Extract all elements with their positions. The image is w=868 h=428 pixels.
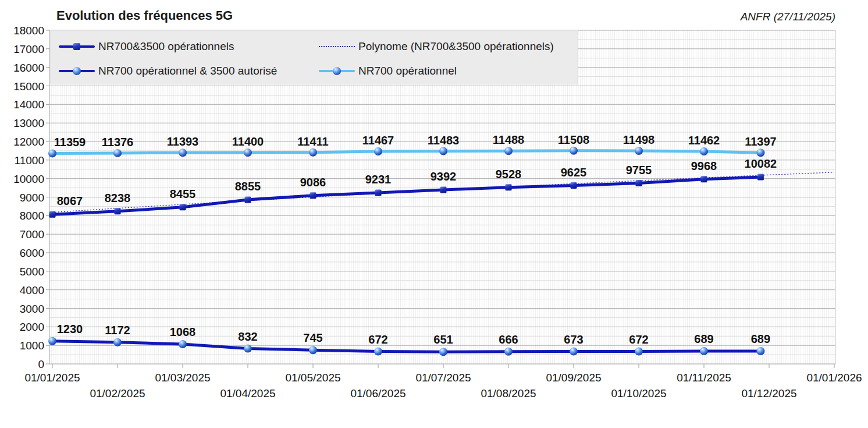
svg-text:5000: 5000 (20, 266, 44, 278)
svg-text:672: 672 (629, 333, 648, 346)
svg-text:11498: 11498 (623, 133, 655, 146)
svg-text:689: 689 (751, 333, 770, 345)
svg-text:9000: 9000 (20, 192, 44, 204)
legend-item-label: NR700&3500 opérationnels (98, 40, 234, 53)
svg-text:15000: 15000 (13, 80, 44, 93)
legend-line-square-icon (59, 42, 95, 51)
chart-legend: NR700&3500 opérationnelsPolynome (NR700&… (50, 30, 578, 84)
svg-text:9231: 9231 (365, 173, 392, 186)
svg-text:01/09/2025: 01/09/2025 (546, 372, 601, 384)
svg-text:672: 672 (368, 333, 387, 346)
svg-text:8455: 8455 (170, 188, 196, 200)
svg-text:11508: 11508 (558, 133, 590, 146)
svg-text:10000: 10000 (13, 173, 44, 185)
legend-item: NR700 opérationnel (319, 60, 577, 82)
svg-text:689: 689 (694, 333, 713, 345)
svg-text:0: 0 (38, 358, 44, 370)
svg-text:8067: 8067 (57, 194, 83, 207)
svg-text:11483: 11483 (428, 134, 460, 147)
svg-text:1230: 1230 (57, 323, 83, 335)
svg-text:01/01/2026: 01/01/2026 (806, 372, 862, 384)
svg-text:11393: 11393 (167, 135, 199, 148)
svg-text:9392: 9392 (431, 170, 457, 183)
svg-text:9625: 9625 (561, 166, 587, 179)
svg-text:1172: 1172 (105, 324, 130, 337)
svg-text:12000: 12000 (13, 136, 44, 148)
svg-text:9968: 9968 (691, 160, 717, 172)
svg-text:17000: 17000 (13, 43, 44, 55)
svg-text:01/07/2025: 01/07/2025 (415, 372, 471, 384)
svg-text:1068: 1068 (170, 326, 196, 338)
svg-text:673: 673 (564, 333, 583, 346)
svg-text:9086: 9086 (300, 176, 326, 189)
svg-text:9755: 9755 (626, 164, 652, 176)
svg-text:01/11/2025: 01/11/2025 (677, 372, 731, 384)
svg-text:9528: 9528 (496, 168, 522, 181)
svg-text:01/06/2025: 01/06/2025 (350, 387, 405, 399)
svg-text:8855: 8855 (235, 180, 261, 193)
x-axis-labels: 01/01/202501/02/202501/03/202501/04/2025… (24, 372, 862, 399)
page-title: Evolution des fréquences 5G (56, 8, 233, 23)
legend-item: Polynome (NR700&3500 opérationnels) (319, 36, 577, 58)
svg-text:18000: 18000 (13, 24, 44, 37)
svg-text:10082: 10082 (745, 157, 777, 170)
svg-text:11411: 11411 (297, 135, 328, 148)
chart-root: 0100020003000400050006000700080009000100… (0, 0, 868, 428)
legend-item-label: NR700 opérationnel & 3500 autorisé (98, 65, 277, 77)
svg-text:4000: 4000 (20, 284, 44, 296)
svg-text:11488: 11488 (493, 133, 525, 146)
svg-text:2000: 2000 (20, 321, 44, 333)
svg-text:13000: 13000 (13, 117, 44, 129)
svg-text:11400: 11400 (232, 135, 264, 148)
svg-text:8000: 8000 (20, 210, 44, 222)
svg-text:01/08/2025: 01/08/2025 (481, 387, 536, 399)
legend-item: NR700&3500 opérationnels (59, 36, 319, 58)
legend-line-ball-icon (319, 66, 355, 76)
svg-text:01/02/2025: 01/02/2025 (90, 387, 145, 399)
svg-text:11462: 11462 (688, 134, 720, 147)
svg-text:16000: 16000 (13, 62, 44, 74)
svg-text:651: 651 (433, 333, 453, 346)
legend-line-ball-icon (59, 66, 95, 76)
legend-item: NR700 opérationnel & 3500 autorisé (59, 60, 319, 82)
legend-dotted-line-icon (319, 42, 355, 51)
svg-text:11376: 11376 (102, 136, 134, 148)
svg-text:01/01/2025: 01/01/2025 (24, 372, 80, 384)
svg-text:832: 832 (238, 330, 257, 343)
svg-text:1000: 1000 (20, 339, 44, 352)
svg-text:3000: 3000 (20, 303, 44, 315)
svg-text:11467: 11467 (362, 134, 394, 147)
svg-text:01/03/2025: 01/03/2025 (155, 372, 210, 384)
legend-item-label: NR700 opérationnel (358, 65, 457, 77)
svg-text:666: 666 (499, 333, 518, 346)
source-annotation: ANFR (27/11/2025) (741, 10, 835, 23)
svg-text:8238: 8238 (105, 192, 131, 204)
svg-text:11397: 11397 (745, 135, 777, 148)
svg-text:7000: 7000 (20, 228, 44, 240)
y-axis-labels: 0100020003000400050006000700080009000100… (13, 24, 44, 370)
svg-text:01/05/2025: 01/05/2025 (285, 372, 340, 384)
svg-text:11000: 11000 (15, 154, 44, 167)
svg-text:01/04/2025: 01/04/2025 (220, 387, 275, 399)
svg-text:01/10/2025: 01/10/2025 (611, 387, 666, 399)
svg-text:6000: 6000 (20, 247, 44, 259)
legend-item-label: Polynome (NR700&3500 opérationnels) (358, 40, 554, 53)
svg-text:745: 745 (303, 331, 322, 344)
svg-text:01/12/2025: 01/12/2025 (741, 387, 796, 399)
svg-text:11359: 11359 (54, 136, 86, 148)
svg-text:14000: 14000 (13, 98, 44, 111)
